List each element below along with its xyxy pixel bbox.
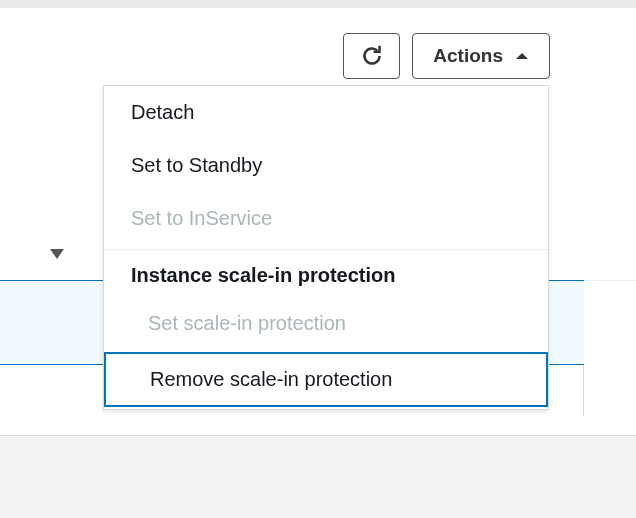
menu-item-standby[interactable]: Set to Standby <box>104 139 548 192</box>
separator-line <box>583 365 584 416</box>
sort-indicator-left[interactable] <box>50 249 64 259</box>
main-panel: Actions Detach Set to Standby Set to InS… <box>0 8 636 436</box>
top-strip <box>0 0 636 8</box>
refresh-button[interactable] <box>343 33 400 79</box>
chevron-down-icon <box>50 249 64 259</box>
toolbar: Actions <box>343 33 550 79</box>
menu-item-set-protection: Set scale-in protection <box>104 299 548 348</box>
menu-item-detach[interactable]: Detach <box>104 86 548 139</box>
actions-label: Actions <box>433 45 503 67</box>
refresh-icon <box>361 45 383 67</box>
menu-item-remove-protection[interactable]: Remove scale-in protection <box>104 352 548 407</box>
actions-dropdown: Detach Set to Standby Set to InService I… <box>103 85 549 410</box>
menu-section-header: Instance scale-in protection <box>104 250 548 299</box>
actions-button[interactable]: Actions <box>412 33 550 79</box>
menu-item-inservice: Set to InService <box>104 192 548 245</box>
chevron-up-icon <box>515 49 529 63</box>
